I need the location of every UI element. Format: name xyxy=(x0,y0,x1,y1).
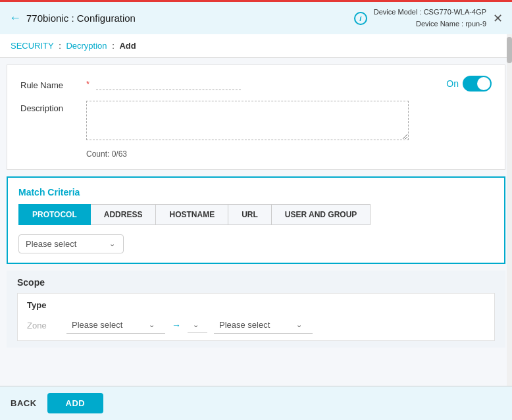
toggle-container: On xyxy=(446,76,492,92)
required-marker: * xyxy=(86,79,90,89)
description-row: Description xyxy=(20,101,492,140)
toggle-label: On xyxy=(446,78,459,89)
scope-zone-row: Zone Please select ⌄ → ⌄ Please select ⌄ xyxy=(27,317,485,334)
zone-select-1[interactable]: Please select ⌄ xyxy=(66,317,165,334)
chevron-down-icon-2: ⌄ xyxy=(149,321,155,329)
tabs-row: PROTOCOL Address Hostname URL User and G… xyxy=(18,204,494,225)
scope-section: Scope Type Zone Please select ⌄ → ⌄ Plea… xyxy=(7,271,505,348)
breadcrumb-security: SECURITY xyxy=(11,41,54,51)
zone-select-2-placeholder: Please select xyxy=(219,320,270,330)
description-label: Description xyxy=(20,101,86,113)
toggle-switch[interactable] xyxy=(463,76,492,92)
tab-hostname[interactable]: Hostname xyxy=(156,204,228,225)
protocol-select[interactable]: Please select ⌄ xyxy=(18,234,124,253)
rule-name-control-row: Rule Name * On xyxy=(20,76,492,92)
rule-name-row: Rule Name * On xyxy=(20,76,492,92)
toggle-thumb xyxy=(477,77,490,90)
zone-label: Zone xyxy=(27,321,60,330)
scrollbar-track xyxy=(507,34,512,386)
chevron-down-icon: ⌄ xyxy=(109,240,115,248)
main-content: SECURITY : Decryption : Add Rule Name * … xyxy=(0,34,512,420)
tab-protocol[interactable]: PROTOCOL xyxy=(18,204,91,225)
breadcrumb-decryption: Decryption xyxy=(66,41,107,51)
scope-inner: Type Zone Please select ⌄ → ⌄ Please sel… xyxy=(17,293,495,341)
rule-name-input[interactable] xyxy=(96,77,241,90)
header-right: i Device Model : CSG770-WLA-4GP Device N… xyxy=(354,7,503,30)
match-criteria-section: Match Criteria PROTOCOL Address Hostname… xyxy=(7,176,505,264)
back-button[interactable]: BACK xyxy=(11,398,37,408)
footer: BACK ADD xyxy=(0,386,512,420)
device-model-label: Device Model : xyxy=(374,8,422,16)
protocol-select-placeholder: Please select xyxy=(26,239,76,249)
zone-select-1-placeholder: Please select xyxy=(72,320,122,330)
form-section: Rule Name * On Description Count: 0/63 xyxy=(7,65,505,170)
chevron-down-icon-3: ⌄ xyxy=(193,321,199,329)
device-name-label: Device Name : xyxy=(416,20,463,28)
device-name-value: rpun-9 xyxy=(465,20,486,28)
breadcrumb-sep1: : xyxy=(59,41,61,51)
close-icon[interactable]: ✕ xyxy=(493,11,503,26)
back-arrow-icon[interactable]: ← xyxy=(9,11,21,25)
zone-select-2[interactable]: Please select ⌄ xyxy=(214,317,313,334)
device-model-value: CSG770-WLA-4GP xyxy=(424,8,486,16)
device-info: Device Model : CSG770-WLA-4GP Device Nam… xyxy=(374,7,486,30)
scope-title: Scope xyxy=(17,277,495,288)
count-text: Count: 0/63 xyxy=(86,149,492,159)
match-criteria-title: Match Criteria xyxy=(18,187,494,197)
tab-url[interactable]: URL xyxy=(228,204,272,225)
add-button[interactable]: ADD xyxy=(47,393,104,413)
tab-address[interactable]: Address xyxy=(91,204,157,225)
zone-select-arrow[interactable]: ⌄ xyxy=(188,317,207,333)
breadcrumb-current: Add xyxy=(119,41,136,51)
app-title: 770bionic : Configuration xyxy=(26,13,136,24)
type-label: Type xyxy=(27,300,485,310)
description-textarea[interactable] xyxy=(86,101,409,140)
info-icon[interactable]: i xyxy=(354,12,367,25)
chevron-down-icon-4: ⌄ xyxy=(296,321,302,329)
header-left: ← 770bionic : Configuration xyxy=(9,11,136,25)
scrollbar-thumb[interactable] xyxy=(507,37,512,63)
arrow-right-icon: → xyxy=(172,320,181,330)
header: ← 770bionic : Configuration i Device Mod… xyxy=(0,0,512,34)
breadcrumb-sep2: : xyxy=(112,41,115,51)
breadcrumb: SECURITY : Decryption : Add xyxy=(0,34,512,58)
rule-name-label: Rule Name xyxy=(20,78,86,90)
tab-user-and-group[interactable]: User and Group xyxy=(272,204,371,225)
protocol-select-row: Please select ⌄ xyxy=(18,234,494,253)
